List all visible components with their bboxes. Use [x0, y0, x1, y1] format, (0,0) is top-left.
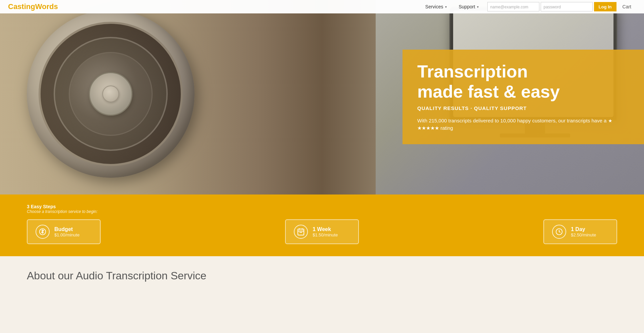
- calendar-icon: [294, 225, 308, 239]
- day-price: $2.50/minute: [571, 232, 596, 237]
- services-chevron-icon: ▾: [445, 5, 447, 9]
- navbar: CastingWords Services ▾ Support ▾ Log In…: [0, 0, 644, 13]
- day-name: 1 Day: [571, 226, 596, 232]
- week-name: 1 Week: [313, 226, 338, 232]
- steps-section: 3 Easy Steps Choose a transcription serv…: [0, 195, 644, 256]
- nav-inputs: Log In Cart: [487, 2, 636, 11]
- step-card-budget[interactable]: Budget $1.00/minute: [27, 219, 101, 244]
- cart-link[interactable]: Cart: [618, 4, 636, 9]
- password-input[interactable]: [541, 2, 593, 11]
- login-button[interactable]: Log In: [594, 2, 616, 11]
- steps-cards: Budget $1.00/minute 1 Week $1.50/minute: [27, 219, 617, 244]
- support-nav-link[interactable]: Support ▾: [453, 0, 485, 13]
- budget-name: Budget: [54, 226, 79, 232]
- hero-headline: Transcription made fast & easy: [417, 62, 629, 102]
- budget-price: $1.00/minute: [54, 232, 79, 237]
- step-card-week[interactable]: 1 Week $1.50/minute: [285, 219, 359, 244]
- step-card-day[interactable]: 1 Day $2.50/minute: [543, 219, 617, 244]
- day-info: 1 Day $2.50/minute: [571, 226, 596, 237]
- steps-title: 3 Easy Steps: [27, 204, 617, 209]
- steps-intro: 3 Easy Steps Choose a transcription serv…: [27, 204, 617, 214]
- budget-info: Budget $1.00/minute: [54, 226, 79, 237]
- clock-icon: [552, 225, 566, 239]
- about-title: About our Audio Transcription Service: [27, 270, 617, 282]
- hero-body: With 215,000 transcripts delivered to 10…: [417, 117, 629, 132]
- support-chevron-icon: ▾: [477, 5, 479, 9]
- services-nav-link[interactable]: Services ▾: [419, 0, 453, 13]
- hero-text-box: Transcription made fast & easy QUALITY R…: [402, 50, 644, 144]
- week-info: 1 Week $1.50/minute: [313, 226, 338, 237]
- hero-section: Transcription made fast & easy QUALITY R…: [0, 0, 644, 195]
- about-section: About our Audio Transcription Service: [0, 256, 644, 289]
- hero-rating: ★: [608, 117, 612, 124]
- week-price: $1.50/minute: [313, 232, 338, 237]
- site-logo[interactable]: CastingWords: [8, 2, 58, 11]
- nav-links: Services ▾ Support ▾: [419, 0, 485, 13]
- logo-casting: Casting: [8, 2, 35, 11]
- email-input[interactable]: [487, 2, 539, 11]
- hero-subheadline: QUALITY RESULTS · QUALITY SUPPORT: [417, 105, 629, 111]
- logo-words: Words: [35, 2, 58, 11]
- steps-subtitle: Choose a transcription service to begin:: [27, 209, 617, 214]
- budget-icon: [36, 225, 50, 239]
